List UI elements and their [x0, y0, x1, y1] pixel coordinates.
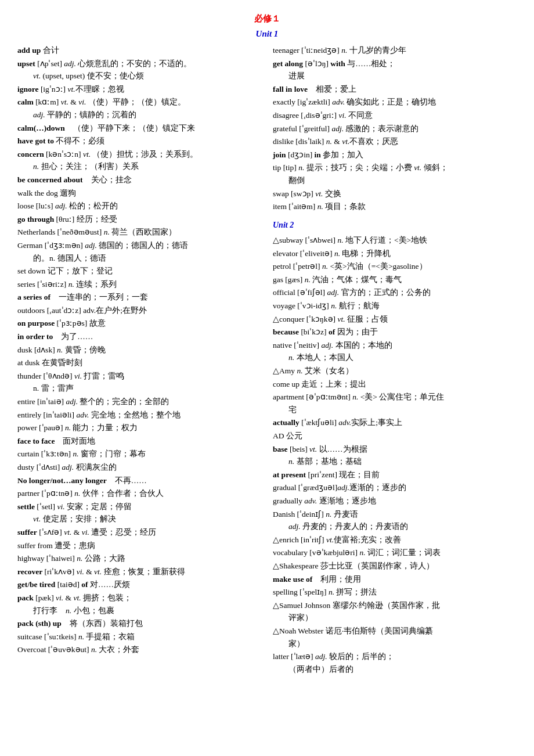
- list-item: a series of 一连串的；一系列；一套: [17, 291, 261, 304]
- list-item: actually [ˈæktʃuəli] adv.实际上;事实上: [273, 416, 517, 429]
- list-item: get/be tired [taiəd] of 对……厌烦: [17, 578, 261, 591]
- list-item: set down 记下；放下；登记: [17, 265, 261, 278]
- list-item: highway [ˈhaiwei] n. 公路；大路: [17, 552, 261, 565]
- list-item: gradual [ˈgrædʒuəl]adj.逐渐的；逐步的: [273, 481, 517, 494]
- list-item: fall in love 相爱；爱上: [273, 83, 517, 96]
- list-item: AD 公元: [273, 430, 517, 442]
- list-item: apartment [əˈpɑːtmənt] n. <美> 公寓住宅；单元住 宅: [273, 391, 517, 416]
- list-item: have got to 不得不；必须: [17, 135, 261, 147]
- list-item: thunder [ˈθʌndə] vi. 打雷；雷鸣 n. 雷；雷声: [17, 370, 261, 395]
- list-item: No longer/not…any longer 不再……: [17, 474, 261, 487]
- list-item: calm [kɑːm] vt. & vi. （使）平静；（使）镇定。 adj. …: [17, 96, 261, 121]
- unit2-title: Unit 2: [273, 219, 517, 232]
- list-item: join [dʒɔin] in 参加；加入: [273, 149, 517, 161]
- list-item: petrol [ˈpetrəl] n. <英>汽油（=<美>gasoline）: [273, 260, 517, 273]
- unit1-title-left: Unit 1: [17, 27, 517, 41]
- list-item: power [ˈpauə] n. 能力；力量；权力: [17, 422, 261, 434]
- list-item: △Amy n. 艾米（女名）: [273, 365, 517, 377]
- list-item: suitcase [ˈsuːtkeis] n. 手提箱；衣箱: [17, 631, 261, 643]
- list-item: Netherlands [ˈneðəməust] n. 荷兰（西欧国家）: [17, 226, 261, 239]
- list-item: elevator [ˈeliveitə] n. 电梯；升降机: [273, 247, 517, 260]
- list-item: at present [priˈzent] 现在；目前: [273, 469, 517, 481]
- list-item: △Samuel Johnson 塞缪尔·约翰逊（英国作家，批 评家）: [273, 599, 517, 624]
- list-item: go through [θruː] 经历；经受: [17, 213, 261, 226]
- list-item: gradually adv. 逐渐地；逐步地: [273, 495, 517, 507]
- list-item: suffer [ˈsʌfə] vt. & vi. 遭受；忍受；经历: [17, 526, 261, 539]
- list-item: calm(…)down （使）平静下来；（使）镇定下来: [17, 122, 261, 135]
- page-title: 必修１: [17, 12, 517, 26]
- list-item: pack (sth) up 将（东西）装箱打包: [17, 617, 261, 630]
- list-item: exactly [igˈzæktli] adv. 确实如此；正是；确切地: [273, 96, 517, 109]
- list-item: spelling [ˈspelɪŋ] n. 拼写；拼法: [273, 586, 517, 599]
- list-item: Overcoat [ˈəuvəkəut] n. 大衣；外套: [17, 643, 261, 656]
- list-item: latter [ˈlætə] adj. 较后的；后半的； （两者中）后者的: [273, 650, 517, 675]
- list-item: get along [əˈlɔŋ] with 与……相处； 进展: [273, 57, 517, 82]
- list-item: item [ˈaitəm] n. 项目；条款: [273, 200, 517, 213]
- list-item: entirely [inˈtaiəli] adv. 完全地；全然地；整个地: [17, 409, 261, 422]
- list-item: be concerned about 关心；挂念: [17, 174, 261, 186]
- list-item: △conquer [ˈkɔŋkə] vt. 征服；占领: [273, 313, 517, 326]
- list-item: outdoors [ˌautˈdɔːz] adv.在户外;在野外: [17, 304, 261, 317]
- list-item: vocabulary [vəˈkæbjuləri] n. 词汇；词汇量；词表: [273, 546, 517, 559]
- list-item: walk the dog 遛狗: [17, 187, 261, 200]
- list-item: base [beis] vt. 以……为根据 n. 基部；基地；基础: [273, 443, 517, 468]
- list-item: series [ˈsiəriːz] n. 连续；系列: [17, 278, 261, 291]
- list-item: on purpose [ˈpɜːpəs] 故意: [17, 317, 261, 330]
- list-item: entire [inˈtaiə] adj. 整个的；完全的；全部的: [17, 395, 261, 408]
- list-item: pack [pæk] vi. & vt. 拥挤；包装； 打行李 n. 小包；包裹: [17, 592, 261, 617]
- list-item: △Shakespeare 莎士比亚（英国剧作家，诗人）: [273, 560, 517, 573]
- page-container: 必修１ Unit 1 add up 合计 upset [ʌpˈset] adj.…: [17, 12, 517, 676]
- list-item: dislike [disˈlaik] n. & vt.不喜欢；厌恶: [273, 135, 517, 148]
- right-column: teenager [ˈtiːneidʒə] n. 十几岁的青少年 get alo…: [273, 44, 517, 676]
- list-item: in order to 为了……: [17, 330, 261, 343]
- list-item: recover [riˈkʌvə] vi. & vt. 痊愈；恢复；重新获得: [17, 566, 261, 578]
- list-item: concern [kənˈsɔːn] vt. （使）担忧；涉及；关系到。 n. …: [17, 148, 261, 173]
- list-item: make use of 利用；使用: [273, 573, 517, 586]
- list-item: disagree [ˌdisəˈgriː] vi. 不同意: [273, 109, 517, 122]
- list-item: settle [ˈsetl] vi. 安家；定居；停留 vt. 使定居；安排；解…: [17, 501, 261, 525]
- list-item: teenager [ˈtiːneidʒə] n. 十几岁的青少年: [273, 44, 517, 57]
- list-item: add up 合计: [17, 44, 261, 57]
- list-item: dusk [dʌsk] n. 黄昏；傍晚: [17, 344, 261, 357]
- list-item: grateful [ˈgreitful] adj. 感激的；表示谢意的: [273, 123, 517, 135]
- left-column: add up 合计 upset [ʌpˈset] adj. 心烦意乱的；不安的；…: [17, 44, 261, 676]
- list-item: dusty [ˈdʌsti] adj. 积满灰尘的: [17, 461, 261, 474]
- list-item: at dusk 在黄昏时刻: [17, 357, 261, 369]
- list-item: voyage [ˈvɔi-idʒ] n. 航行；航海: [273, 300, 517, 312]
- list-item: face to face 面对面地: [17, 435, 261, 448]
- list-item: partner [ˈpɑːtnə] n. 伙伴；合作者；合伙人: [17, 487, 261, 500]
- list-item: because [biˈkɔz] of 因为；由于: [273, 326, 517, 339]
- list-item: come up 走近；上来；提出: [273, 378, 517, 391]
- list-item: gas [gæs] n. 汽油；气体；煤气；毒气: [273, 273, 517, 286]
- list-item: German [ˈdʒɜːmən] adj. 德国的；德国人的；德语 的。n. …: [17, 239, 261, 264]
- list-item: loose [luːs] adj. 松的；松开的: [17, 200, 261, 213]
- list-item: ignore [igˈnɔː] vt.不理睬；忽视: [17, 83, 261, 96]
- list-item: official [əˈfiʃəl] adj. 官方的；正式的；公务的: [273, 286, 517, 299]
- list-item: suffer from 遭受；患病: [17, 539, 261, 552]
- list-item: upset [ʌpˈset] adj. 心烦意乱的；不安的；不适的。 vt. (…: [17, 57, 261, 82]
- list-item: native [ˈneitiv] adj. 本国的；本地的 n. 本地人；本国人: [273, 339, 517, 364]
- list-item: △Noah Webster 诺厄·韦伯斯特（美国词典编纂 家）: [273, 625, 517, 650]
- list-item: curtain [ˈkɜːtən] n. 窗帘；门帘；幕布: [17, 448, 261, 460]
- list-item: tip [tip] n. 提示；技巧；尖；尖端；小费 vt. 倾斜； 翻倒: [273, 161, 517, 186]
- list-item: swap [swɔp] vt. 交换: [273, 188, 517, 200]
- list-item: Danish [ˈdeinɪʃ] n. 丹麦语 adj. 丹麦的；丹麦人的；丹麦…: [273, 508, 517, 533]
- list-item: △enrich [inˈritʃ] vt.使富裕;充实；改善: [273, 534, 517, 546]
- list-item: △subway [ˈsʌbwei] n. 地下人行道；<美>地铁: [273, 234, 517, 247]
